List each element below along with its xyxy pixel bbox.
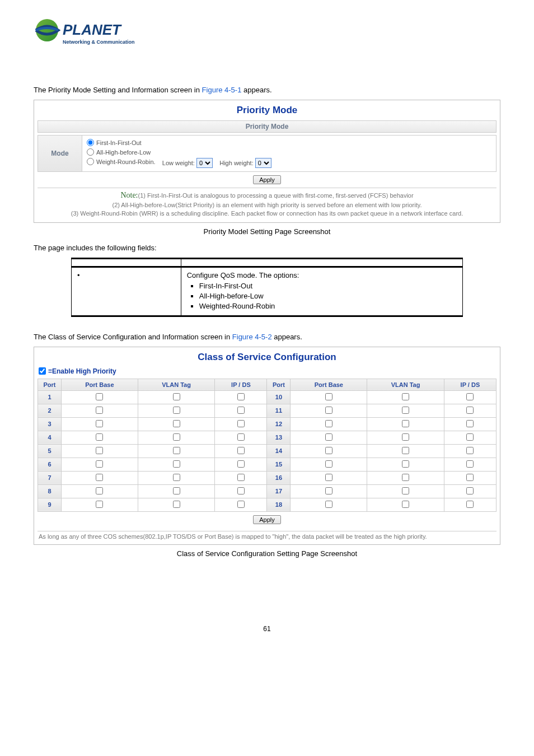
- cos-checkbox[interactable]: [237, 474, 245, 481]
- cos-port-cell: 3: [38, 417, 62, 431]
- cos-checkbox[interactable]: [173, 487, 180, 494]
- cos-checkbox[interactable]: [237, 460, 245, 468]
- cos-checkbox[interactable]: [96, 474, 103, 481]
- radio-wrr-label: Weight-Round-Robin.: [96, 158, 156, 165]
- cos-checkbox[interactable]: [466, 487, 474, 494]
- cos-cell: [138, 431, 215, 444]
- mode-options: First-In-First-Out All-High-before-Low W…: [82, 135, 496, 172]
- cos-checkbox[interactable]: [402, 407, 409, 414]
- cos-checkbox[interactable]: [173, 474, 180, 481]
- cos-th-ipds: IP / DS: [444, 379, 496, 390]
- radio-ahbl-input[interactable]: [87, 148, 94, 156]
- enable-high-priority-checkbox[interactable]: [39, 367, 46, 375]
- cos-th-portbase: Port Base: [291, 379, 367, 390]
- svg-text:PLANET: PLANET: [63, 21, 122, 38]
- cos-cell: [62, 390, 138, 404]
- radio-wrr[interactable]: Weight-Round-Robin.: [87, 158, 156, 165]
- cos-port-cell: 4: [38, 431, 62, 444]
- cos-checkbox[interactable]: [96, 460, 103, 468]
- mode-row: Mode First-In-First-Out All-High-before-…: [38, 135, 496, 172]
- cos-checkbox[interactable]: [325, 393, 332, 400]
- cos-cell: [62, 444, 138, 458]
- radio-wrr-input[interactable]: [87, 158, 94, 165]
- cos-cell: [444, 458, 496, 471]
- obj-th-desc: [181, 258, 462, 267]
- priority-apply-button[interactable]: Apply: [253, 175, 281, 184]
- cos-checkbox[interactable]: [325, 407, 332, 414]
- cos-checkbox[interactable]: [402, 447, 409, 454]
- cos-checkbox[interactable]: [325, 501, 332, 508]
- desc-item: Weighted-Round-Robin: [199, 302, 457, 310]
- cos-checkbox[interactable]: [96, 420, 103, 427]
- cos-checkbox[interactable]: [402, 460, 409, 468]
- cos-checkbox[interactable]: [402, 501, 409, 508]
- cos-checkbox[interactable]: [173, 447, 180, 454]
- cos-checkbox[interactable]: [466, 393, 474, 400]
- cos-checkbox[interactable]: [173, 420, 180, 427]
- cos-checkbox[interactable]: [402, 474, 409, 481]
- obj-cell-name: •: [72, 267, 181, 316]
- cos-checkbox[interactable]: [325, 487, 332, 494]
- cos-cell: [367, 417, 444, 431]
- cos-checkbox[interactable]: [325, 474, 332, 481]
- cos-apply-button[interactable]: Apply: [253, 515, 281, 524]
- cos-checkbox[interactable]: [237, 501, 245, 508]
- cos-checkbox[interactable]: [466, 501, 474, 508]
- radio-fifo[interactable]: First-In-First-Out: [87, 139, 142, 146]
- cos-checkbox[interactable]: [325, 420, 332, 427]
- cos-checkbox[interactable]: [325, 447, 332, 454]
- cos-cell: [444, 471, 496, 484]
- cos-cell: [138, 390, 215, 404]
- cos-checkbox[interactable]: [466, 447, 474, 454]
- cos-th-ipds: IP / DS: [215, 379, 267, 390]
- high-weight-select[interactable]: 0: [255, 158, 271, 168]
- cos-checkbox[interactable]: [96, 393, 103, 400]
- cos-checkbox[interactable]: [96, 433, 103, 441]
- cos-checkbox[interactable]: [402, 487, 409, 494]
- cos-checkbox[interactable]: [466, 474, 474, 481]
- cos-checkbox[interactable]: [402, 393, 409, 400]
- cos-checkbox[interactable]: [96, 447, 103, 454]
- cos-checkbox[interactable]: [325, 460, 332, 468]
- cos-checkbox[interactable]: [325, 433, 332, 441]
- section2-intro: The Class of Service Configuration and I…: [34, 333, 500, 341]
- desc-item: All-High-before-Low: [199, 292, 457, 300]
- radio-fifo-input[interactable]: [87, 139, 94, 146]
- cos-panel: Class of Service Configuration =Enable H…: [34, 347, 500, 545]
- mode-label: Mode: [38, 135, 82, 172]
- cos-checkbox[interactable]: [402, 420, 409, 427]
- radio-ahbl-label: All-High-before-Low: [96, 149, 151, 156]
- cos-checkbox[interactable]: [96, 407, 103, 414]
- cos-checkbox[interactable]: [96, 487, 103, 494]
- cos-checkbox[interactable]: [96, 501, 103, 508]
- cos-checkbox[interactable]: [466, 407, 474, 414]
- cos-checkbox[interactable]: [237, 420, 245, 427]
- priority-mode-title: Priority Mode: [34, 100, 500, 118]
- cos-cell: [62, 484, 138, 498]
- cos-checkbox[interactable]: [173, 460, 180, 468]
- cos-cell: [291, 471, 367, 484]
- cos-checkbox[interactable]: [237, 433, 245, 441]
- cos-th-portbase: Port Base: [62, 379, 138, 390]
- cos-cell: [138, 417, 215, 431]
- cos-checkbox[interactable]: [173, 393, 180, 400]
- cos-checkbox[interactable]: [466, 420, 474, 427]
- cos-cell: [291, 390, 367, 404]
- high-weight-label: High weight:: [219, 160, 254, 166]
- low-weight-select[interactable]: 0: [196, 158, 213, 168]
- cos-checkbox[interactable]: [237, 407, 245, 414]
- cos-checkbox[interactable]: [237, 447, 245, 454]
- cos-port-cell: 1: [38, 390, 62, 404]
- cos-checkbox[interactable]: [237, 487, 245, 494]
- cos-cell: [138, 404, 215, 417]
- cos-checkbox[interactable]: [466, 433, 474, 441]
- cos-checkbox[interactable]: [173, 407, 180, 414]
- obj-cell-desc: Configure QoS mode. The options: First-I…: [181, 267, 462, 316]
- cos-checkbox[interactable]: [402, 433, 409, 441]
- cos-checkbox[interactable]: [237, 393, 245, 400]
- cos-checkbox[interactable]: [173, 433, 180, 441]
- cos-checkbox[interactable]: [466, 460, 474, 468]
- radio-ahbl[interactable]: All-High-before-Low: [87, 148, 151, 156]
- cos-checkbox[interactable]: [173, 501, 180, 508]
- cos-cell: [62, 471, 138, 484]
